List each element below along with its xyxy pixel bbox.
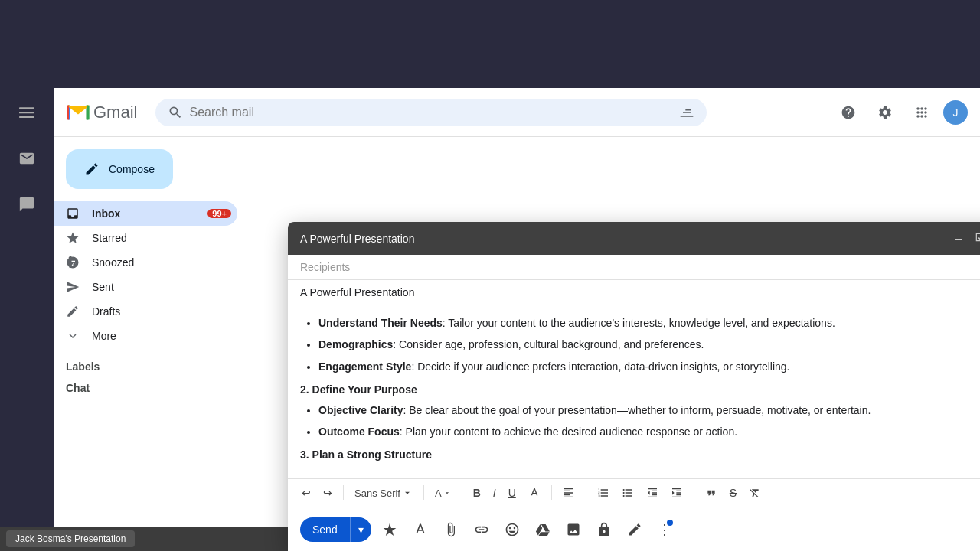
compose-recipients-field[interactable]: Recipients [288, 255, 980, 280]
redo-button[interactable]: ↪ [318, 484, 337, 502]
format-toolbar: ↩ ↪ Sans Serif A B I U [288, 478, 980, 507]
undo-button[interactable]: ↩ [297, 484, 315, 502]
sidebar-item-sent[interactable]: Sent [54, 275, 237, 299]
body-item-5: Outcome Focus: Plan your content to achi… [318, 423, 980, 440]
emoji-button[interactable] [500, 517, 524, 542]
svg-rect-0 [19, 107, 34, 109]
font-size-button[interactable]: A [430, 484, 456, 502]
search-icon [168, 105, 183, 120]
more-options-button[interactable]: ⋮ [653, 517, 676, 543]
send-label: Send [300, 517, 350, 542]
send-dropdown-arrow[interactable]: ▾ [350, 517, 371, 542]
strikethrough-button[interactable]: S [725, 484, 741, 502]
gmail-body: Compose Inbox 99+ Starred Snoozed Sent [54, 137, 980, 551]
text-color-action-icon [413, 522, 428, 537]
send-button-group[interactable]: Send ▾ [300, 517, 371, 542]
header-icons: J [833, 97, 968, 128]
ordered-list-icon [597, 487, 609, 499]
minimize-button[interactable]: – [952, 230, 965, 247]
section-3-header: 3. Plan a Strong Structure [300, 446, 980, 463]
inbox-badge: 99+ [207, 209, 231, 218]
size-dropdown-icon [443, 489, 451, 497]
labels-section: Labels [54, 354, 250, 376]
filter-icon[interactable] [679, 105, 694, 120]
text-color-action-button[interactable] [408, 517, 433, 542]
compose-button[interactable]: Compose [66, 149, 173, 189]
toolbar-divider-1 [343, 485, 344, 500]
taskbar-presentation-item[interactable]: Jack Bosma's Presentation [6, 530, 135, 547]
search-input[interactable] [189, 106, 673, 119]
svg-rect-1 [19, 112, 34, 113]
attach-button[interactable] [439, 517, 463, 542]
sidebar-item-starred[interactable]: Starred [54, 226, 237, 250]
expand-button[interactable] [972, 230, 980, 247]
gmail-m-icon [66, 100, 90, 125]
mail-icon[interactable] [8, 140, 45, 177]
toolbar-divider-6 [694, 485, 694, 500]
chat-sidebar-label: Chat [54, 376, 250, 400]
indent-less-button[interactable] [642, 484, 663, 502]
drive-button[interactable] [531, 517, 555, 542]
link-button[interactable] [469, 517, 494, 542]
toolbar-divider-5 [586, 485, 586, 500]
compose-header-icons: – ✕ [952, 230, 980, 247]
avatar[interactable]: J [943, 100, 968, 125]
text-color-toolbar-button[interactable] [524, 484, 545, 502]
labels-header: Labels [54, 354, 250, 376]
compose-actions: Send ▾ [288, 507, 980, 551]
snooze-icon [66, 256, 80, 269]
indent-more-button[interactable] [666, 484, 688, 502]
lock-icon [596, 522, 612, 537]
sidebar-item-inbox[interactable]: Inbox 99+ [54, 201, 237, 226]
ai-button[interactable] [377, 517, 402, 542]
signature-button[interactable] [622, 517, 647, 542]
help-button[interactable] [833, 97, 864, 128]
compose-label: Compose [109, 163, 155, 175]
link-icon [474, 522, 489, 537]
left-icon-strip [0, 88, 54, 551]
chat-sidebar-icon[interactable] [8, 186, 45, 223]
indent-less-icon [646, 487, 658, 499]
underline-button[interactable]: U [504, 484, 521, 502]
notification-dot [667, 520, 673, 526]
starred-label: Starred [92, 232, 127, 244]
apps-button[interactable] [906, 97, 937, 128]
lock-button[interactable] [592, 517, 616, 542]
bold-button[interactable]: B [469, 484, 485, 502]
compose-subject-field[interactable]: A Powerful Presentation [288, 280, 980, 305]
indent-more-icon [671, 487, 683, 499]
italic-button[interactable]: I [488, 484, 501, 502]
ordered-list-button[interactable] [593, 484, 614, 502]
body-item-4: Objective Clarity: Be clear about the go… [318, 402, 980, 419]
inbox-label: Inbox [92, 207, 120, 220]
quote-icon [705, 487, 717, 499]
star-icon [66, 231, 80, 245]
compose-dialog: A Powerful Presentation – ✕ Recipients [288, 222, 980, 551]
photo-button[interactable] [561, 517, 586, 542]
unordered-list-button[interactable] [617, 484, 639, 502]
gmail-logo: Gmail [66, 100, 137, 125]
main-content: Objective ClarityObjective Clarity: Be c… [250, 137, 980, 551]
compose-body[interactable]: Understand Their Needs: Tailor your cont… [288, 305, 980, 478]
section-2-header: 2. Define Your Purpose [300, 381, 980, 398]
drafts-label: Drafts [92, 305, 120, 318]
sidebar-item-more[interactable]: More [54, 324, 237, 348]
compose-header[interactable]: A Powerful Presentation – ✕ [288, 222, 980, 255]
hamburger-icon[interactable] [8, 94, 45, 131]
settings-button[interactable] [870, 97, 900, 128]
sidebar-item-snoozed[interactable]: Snoozed [54, 250, 237, 275]
inbox-icon [66, 207, 80, 220]
body-item-1: Understand Their Needs: Tailor your cont… [318, 315, 980, 331]
photo-icon [566, 522, 581, 537]
clear-format-button[interactable] [744, 484, 766, 502]
body-item-2: Demographics: Consider age, profession, … [318, 336, 980, 353]
quote-button[interactable] [701, 484, 722, 502]
toolbar-divider-3 [462, 485, 462, 500]
align-button[interactable] [558, 484, 580, 502]
gmail-label: Gmail [93, 103, 137, 122]
svg-rect-2 [19, 116, 34, 118]
font-selector[interactable]: Sans Serif [350, 486, 417, 500]
search-bar[interactable] [155, 99, 707, 126]
sidebar-item-drafts[interactable]: Drafts [54, 299, 237, 324]
font-name: Sans Serif [354, 487, 400, 499]
